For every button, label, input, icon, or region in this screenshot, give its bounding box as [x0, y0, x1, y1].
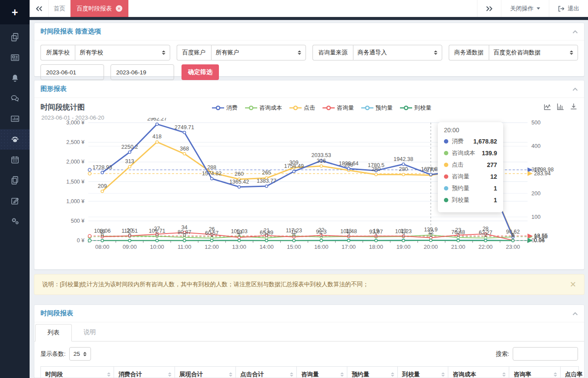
- sidebar-item-comments[interactable]: [0, 88, 30, 109]
- legend-line-icon: [212, 105, 224, 110]
- add-button[interactable]: +: [0, 0, 30, 24]
- svg-text:2: 2: [402, 232, 405, 238]
- tooltip-series-value: 277: [487, 161, 497, 168]
- selected-value: 所有账户: [216, 49, 239, 57]
- svg-text:19:00: 19:00: [396, 244, 411, 250]
- svg-text:27: 27: [154, 226, 160, 232]
- svg-text:418: 418: [152, 134, 161, 140]
- chart-toolbox: [544, 103, 577, 112]
- legend-item-点击[interactable]: 点击: [289, 104, 315, 112]
- svg-text:1: 1: [238, 232, 241, 238]
- select-caret-icon: [83, 352, 87, 356]
- tab-label: 百度时段报表: [77, 5, 112, 13]
- collapse-chevron-icon[interactable]: [572, 85, 578, 93]
- tab-close-icon[interactable]: ✕: [116, 5, 122, 12]
- tooltip-series-name: 咨询量: [452, 173, 470, 181]
- legend-item-到校量[interactable]: 到校量: [400, 104, 431, 112]
- page-size-select[interactable]: 25: [69, 347, 91, 361]
- select-caret-icon: [434, 50, 437, 55]
- column-header-到校量[interactable]: 到校量: [398, 367, 448, 378]
- scroll-tabs-right-button[interactable]: [477, 0, 501, 17]
- sidebar-item-file-copy[interactable]: [0, 170, 30, 191]
- svg-text:0: 0: [292, 232, 296, 238]
- svg-text:500 ¥: 500 ¥: [71, 218, 84, 224]
- svg-text:0: 0: [101, 232, 104, 238]
- table-panel-title: 时间段报表: [40, 309, 73, 318]
- column-header-点击率[interactable]: 点击率: [561, 367, 579, 378]
- sidebar-menu: [0, 27, 30, 231]
- svg-text:0: 0: [128, 232, 131, 238]
- date-from-input[interactable]: 2023-06-01: [40, 64, 104, 80]
- confirm-filter-button[interactable]: 确定筛选: [181, 64, 219, 80]
- svg-text:2962.27: 2962.27: [147, 118, 167, 122]
- scroll-tabs-left-button[interactable]: [30, 0, 49, 17]
- chart-area: 时间段统计图 2023-06-01 - 2023-06-20 消费咨询成本点击咨…: [34, 98, 584, 270]
- date-to-input[interactable]: 2023-06-19: [111, 64, 174, 80]
- toolbox-bar-button[interactable]: [557, 103, 564, 112]
- tab-home[interactable]: 首页: [49, 0, 71, 17]
- svg-text:200: 200: [531, 191, 541, 197]
- collapse-chevron-icon[interactable]: [572, 28, 578, 35]
- svg-text:1828.64: 1828.64: [339, 161, 359, 167]
- toolbox-download-button[interactable]: [570, 103, 577, 112]
- sidebar-item-gears[interactable]: [0, 211, 30, 231]
- close-operations-dropdown[interactable]: 关闭操作: [501, 0, 549, 17]
- logout-button[interactable]: 退出: [549, 0, 588, 17]
- filter-panel: 时间段报表 筛查选项 所属学校所有学校百度账户所有账户咨询量来源商务通导入商务通…: [34, 23, 585, 77]
- sidebar-item-bar-chart[interactable]: [0, 109, 30, 129]
- sidebar-item-edit[interactable]: [0, 191, 30, 211]
- calendar-icon: [10, 155, 20, 165]
- collapse-chevron-icon[interactable]: [572, 310, 578, 317]
- sidebar-item-paw[interactable]: [0, 129, 30, 150]
- search-input[interactable]: [513, 347, 578, 361]
- filter-select-2[interactable]: 商务通导入: [353, 45, 442, 60]
- tooltip-row: 点击277: [444, 161, 497, 169]
- table-tab-列表[interactable]: 列表: [35, 324, 72, 341]
- svg-text:0: 0: [265, 232, 268, 238]
- tooltip-title: 20:00: [444, 127, 497, 134]
- tooltip-series-name: 预约量: [452, 184, 470, 192]
- legend-item-咨询成本[interactable]: 咨询成本: [245, 104, 282, 112]
- toolbox-line-button[interactable]: [544, 103, 551, 112]
- legend-item-预约量[interactable]: 预约量: [361, 104, 393, 112]
- svg-text:16:00: 16:00: [314, 244, 329, 250]
- filter-select-3[interactable]: 百度竞价咨询数据: [489, 45, 578, 60]
- sidebar-item-copy[interactable]: [0, 27, 30, 47]
- column-header-预约量[interactable]: 预约量: [347, 367, 398, 378]
- sidebar-item-calendar[interactable]: [0, 150, 30, 170]
- svg-text:2: 2: [484, 232, 487, 238]
- sidebar-item-id-card[interactable]: [0, 47, 30, 68]
- filter-select-0[interactable]: 所有学校: [75, 45, 170, 60]
- search-label: 搜索:: [496, 350, 509, 358]
- tooltip-series-name: 咨询成本: [452, 149, 475, 157]
- column-header-咨询率[interactable]: 咨询率: [509, 367, 561, 378]
- column-header-点击合计[interactable]: 点击合计: [236, 367, 297, 378]
- column-header-时间段[interactable]: 时间段: [41, 367, 114, 378]
- column-header-咨询成本[interactable]: 咨询成本: [448, 367, 509, 378]
- column-header-消费合计[interactable]: 消费合计: [114, 367, 175, 378]
- legend-item-咨询量[interactable]: 咨询量: [323, 104, 354, 112]
- filter-row: 所属学校所有学校百度账户所有账户咨询量来源商务通导入商务通数据百度竞价咨询数据: [40, 45, 578, 60]
- selected-value: 所有学校: [80, 49, 103, 57]
- topbar-right: 关闭操作 退出: [477, 0, 588, 17]
- report-table: 时间段消费合计展现合计点击合计咨询量预约量到校量咨询成本咨询率点击率: [40, 366, 579, 378]
- filter-label: 所属学校: [40, 45, 75, 60]
- close-operations-label: 关闭操作: [510, 5, 534, 13]
- column-header-咨询量[interactable]: 咨询量: [297, 367, 347, 378]
- svg-text:100: 100: [531, 214, 541, 220]
- plus-icon: +: [12, 6, 18, 19]
- tab-baidu-report[interactable]: 百度时段报表 ✕: [71, 0, 128, 17]
- svg-text:1,000 ¥: 1,000 ¥: [66, 198, 84, 204]
- svg-text:13:00: 13:00: [232, 244, 246, 250]
- filter-select-1[interactable]: 所有账户: [211, 45, 306, 60]
- tooltip-row: 消费1,678.82: [444, 137, 497, 145]
- sidebar-item-bell[interactable]: [0, 68, 30, 88]
- svg-text:260: 260: [235, 171, 244, 177]
- note-close-icon[interactable]: ✕: [570, 280, 576, 289]
- svg-text:0.06: 0.06: [534, 238, 544, 244]
- table-tab-说明[interactable]: 说明: [72, 324, 108, 341]
- column-header-展现合计[interactable]: 展现合计: [175, 367, 236, 378]
- legend-item-消费[interactable]: 消费: [212, 104, 238, 112]
- note-alert: 说明：[到校量]统计方法为该时间段内所有咨询人数，其中有到校的人数；请注意区别与…: [34, 274, 585, 295]
- legend-label: 消费: [226, 104, 238, 112]
